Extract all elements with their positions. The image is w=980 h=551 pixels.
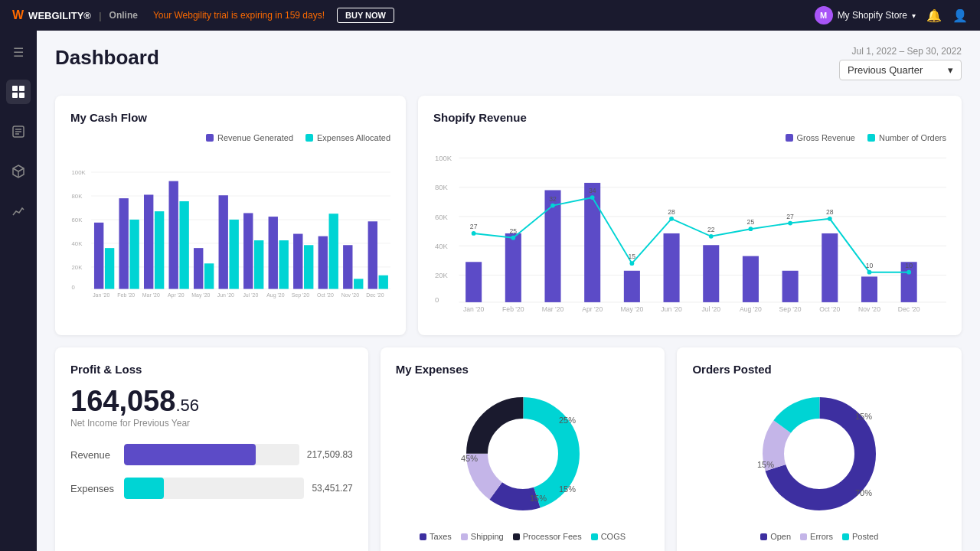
- legend-processor-label: Processor Fees: [523, 532, 582, 541]
- svg-rect-55: [379, 276, 388, 289]
- online-status: Online: [109, 10, 138, 21]
- cash-flow-chart: 100K 80K 60K 40K 20K 0: [70, 148, 390, 320]
- svg-rect-73: [624, 271, 640, 302]
- svg-text:40K: 40K: [72, 240, 83, 247]
- svg-text:Jul '20: Jul '20: [243, 292, 258, 298]
- svg-rect-40: [254, 240, 263, 289]
- svg-point-84: [590, 195, 595, 200]
- date-filter-label: Previous Quarter: [848, 64, 923, 76]
- bar-jan-exp: [105, 248, 114, 289]
- legend-expenses: Expenses Allocated: [305, 133, 390, 142]
- svg-text:28: 28: [826, 208, 834, 216]
- svg-point-81: [472, 231, 476, 236]
- svg-text:60K: 60K: [435, 213, 449, 221]
- cash-flow-title: My Cash Flow: [70, 111, 390, 124]
- pnl-revenue-value: 217,509.83: [307, 449, 353, 460]
- svg-rect-37: [229, 220, 238, 289]
- svg-point-83: [550, 204, 555, 208]
- svg-text:10: 10: [866, 262, 874, 269]
- sidebar-products-icon[interactable]: [6, 159, 31, 184]
- topbar-divider: |: [99, 10, 102, 21]
- svg-text:Oct '20: Oct '20: [317, 292, 334, 298]
- orders-posted-card: Orders Posted 15% 15% 70%: [677, 347, 962, 551]
- svg-rect-2: [12, 93, 18, 98]
- legend-taxes: Taxes: [420, 532, 452, 541]
- pct-45-label: 45%: [461, 454, 478, 463]
- pct-25-label: 25%: [559, 416, 576, 425]
- user-icon[interactable]: 👤: [952, 8, 968, 23]
- logo: W WEBGILITY® | Online: [12, 8, 138, 22]
- svg-text:Apr '20: Apr '20: [582, 305, 603, 313]
- legend-expenses-label: Expenses Allocated: [317, 133, 390, 142]
- shopify-revenue-chart: 100K 80K 60K 40K 20K 0: [433, 148, 946, 320]
- svg-rect-75: [703, 245, 719, 302]
- svg-rect-1: [19, 86, 24, 91]
- pnl-expenses-fill: [124, 478, 164, 499]
- svg-text:32: 32: [549, 195, 557, 203]
- legend-processor: Processor Fees: [513, 532, 582, 541]
- expenses-card: My Expenses: [381, 347, 665, 551]
- legend-revenue-label: Revenue Generated: [217, 133, 293, 142]
- orders-legend: Open Errors Posted: [760, 532, 878, 541]
- legend-expenses-dot: [305, 134, 313, 142]
- pnl-bars: Revenue 217,509.83 Expenses 53,451.27: [70, 444, 353, 499]
- app-layout: ☰: [0, 31, 980, 551]
- pnl-revenue-row: Revenue 217,509.83: [70, 444, 353, 465]
- svg-point-92: [906, 270, 911, 275]
- pnl-card: Profit & Loss 164,058.56 Net Income for …: [55, 347, 368, 551]
- svg-rect-51: [343, 245, 352, 289]
- svg-rect-24: [119, 198, 128, 289]
- svg-text:27: 27: [470, 223, 478, 230]
- sidebar-orders-icon[interactable]: [6, 119, 31, 144]
- svg-rect-48: [318, 236, 328, 289]
- pnl-revenue-label: Revenue: [70, 449, 116, 461]
- legend-shipping: Shipping: [461, 532, 504, 541]
- logo-text: WEBGILITY®: [28, 10, 91, 21]
- legend-open: Open: [760, 532, 791, 541]
- notification-icon[interactable]: 🔔: [926, 8, 942, 23]
- svg-rect-27: [144, 194, 153, 289]
- store-selector[interactable]: M My Shopify Store ▾: [815, 6, 916, 24]
- legend-shipping-dot: [461, 533, 468, 540]
- shopify-revenue-svg: 100K 80K 60K 40K 20K 0: [433, 148, 946, 317]
- svg-point-89: [788, 221, 792, 226]
- sidebar-dashboard-icon[interactable]: [6, 80, 31, 104]
- svg-text:60K: 60K: [72, 217, 83, 223]
- svg-text:25: 25: [747, 218, 755, 226]
- svg-rect-28: [155, 211, 164, 289]
- svg-point-91: [867, 270, 872, 275]
- svg-text:100K: 100K: [72, 169, 87, 176]
- shopify-revenue-card: Shopify Revenue Gross Revenue Number of …: [418, 96, 962, 335]
- sidebar: ☰: [0, 31, 37, 551]
- svg-text:40K: 40K: [435, 242, 449, 250]
- pnl-expenses-track: [124, 478, 304, 499]
- svg-rect-54: [368, 221, 377, 289]
- pnl-revenue-fill: [124, 444, 256, 465]
- svg-text:0: 0: [72, 284, 75, 291]
- svg-text:20K: 20K: [435, 271, 449, 279]
- svg-rect-46: [304, 245, 313, 289]
- svg-text:27: 27: [786, 213, 794, 220]
- donut-center: [489, 420, 557, 487]
- legend-cogs-dot: [591, 533, 598, 540]
- chevron-down-icon: ▾: [912, 11, 916, 20]
- cash-flow-card: My Cash Flow Revenue Generated Expenses …: [55, 96, 406, 335]
- svg-text:Feb '20: Feb '20: [502, 305, 524, 313]
- svg-text:Sep '20: Sep '20: [292, 292, 309, 298]
- svg-text:80K: 80K: [72, 193, 83, 200]
- cash-flow-svg: 100K 80K 60K 40K 20K 0: [70, 148, 390, 317]
- date-dropdown[interactable]: Previous Quarter ▾: [839, 60, 962, 80]
- svg-text:Jun '20: Jun '20: [217, 292, 234, 298]
- svg-text:May '20: May '20: [191, 292, 210, 298]
- pnl-expenses-label: Expenses: [70, 483, 116, 494]
- svg-text:Nov '20: Nov '20: [341, 292, 359, 298]
- svg-rect-76: [743, 256, 759, 302]
- buy-now-button[interactable]: BUY NOW: [337, 8, 394, 23]
- orders-donut-center: [786, 420, 853, 487]
- orders-posted-svg: 15% 15% 70%: [750, 385, 888, 523]
- sidebar-menu-icon[interactable]: ☰: [6, 40, 31, 64]
- svg-rect-79: [861, 276, 877, 302]
- page-header: Dashboard Jul 1, 2022 – Sep 30, 2022 Pre…: [55, 46, 962, 80]
- pnl-expenses-row: Expenses 53,451.27: [70, 478, 353, 499]
- sidebar-analytics-icon[interactable]: [6, 199, 31, 223]
